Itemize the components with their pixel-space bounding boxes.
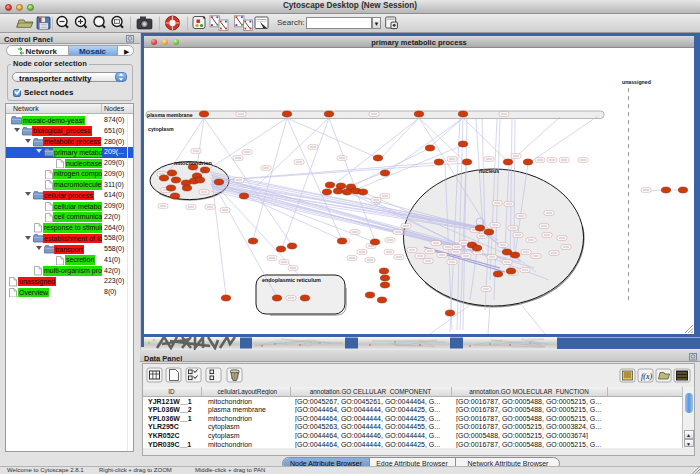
- svg-text:endoplasmic reticulum: endoplasmic reticulum: [262, 277, 321, 283]
- svg-text:plasma membrane: plasma membrane: [147, 112, 193, 118]
- svg-text:nucleus: nucleus: [479, 168, 499, 174]
- svg-text:mitochondrion: mitochondrion: [174, 160, 212, 166]
- svg-text:unassigned: unassigned: [622, 79, 651, 85]
- svg-text:cytoplasm: cytoplasm: [148, 126, 174, 132]
- svg-text:f(x): f(x): [641, 372, 652, 381]
